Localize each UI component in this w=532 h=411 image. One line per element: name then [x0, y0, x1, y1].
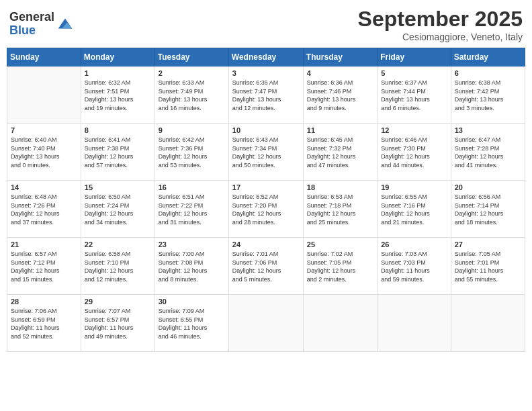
- weekday-header-monday: Monday: [81, 48, 154, 66]
- day-number: 24: [232, 240, 300, 248]
- day-info: Sunrise: 6:33 AM Sunset: 7:49 PM Dayligh…: [159, 79, 225, 112]
- weekday-header-sunday: Sunday: [7, 48, 81, 66]
- calendar-week-row: 14Sunrise: 6:48 AM Sunset: 7:26 PM Dayli…: [7, 181, 525, 238]
- calendar-table: SundayMondayTuesdayWednesdayThursdayFrid…: [7, 48, 525, 352]
- weekday-header-row: SundayMondayTuesdayWednesdayThursdayFrid…: [7, 48, 525, 66]
- weekday-header-thursday: Thursday: [303, 48, 377, 66]
- day-number: 14: [11, 183, 77, 191]
- calendar-cell: 16Sunrise: 6:51 AM Sunset: 7:22 PM Dayli…: [154, 181, 228, 238]
- weekday-header-saturday: Saturday: [451, 48, 525, 66]
- calendar-cell: 17Sunrise: 6:52 AM Sunset: 7:20 PM Dayli…: [228, 181, 303, 238]
- day-number: 4: [307, 69, 373, 77]
- day-info: Sunrise: 7:00 AM Sunset: 7:08 PM Dayligh…: [159, 250, 225, 283]
- day-number: 12: [381, 126, 447, 134]
- day-info: Sunrise: 7:07 AM Sunset: 6:57 PM Dayligh…: [85, 307, 151, 340]
- calendar-cell: 15Sunrise: 6:50 AM Sunset: 7:24 PM Dayli…: [81, 181, 154, 238]
- day-number: 16: [159, 183, 225, 191]
- calendar-cell: 26Sunrise: 7:03 AM Sunset: 7:03 PM Dayli…: [378, 238, 451, 295]
- day-info: Sunrise: 6:41 AM Sunset: 7:38 PM Dayligh…: [85, 136, 151, 169]
- calendar-cell: 11Sunrise: 6:45 AM Sunset: 7:32 PM Dayli…: [303, 124, 377, 181]
- day-number: 17: [232, 183, 300, 191]
- month-title: September 2025: [358, 7, 523, 32]
- calendar-cell: 4Sunrise: 6:36 AM Sunset: 7:46 PM Daylig…: [303, 66, 377, 124]
- day-info: Sunrise: 6:52 AM Sunset: 7:20 PM Dayligh…: [232, 193, 300, 226]
- calendar-week-row: 28Sunrise: 7:06 AM Sunset: 6:59 PM Dayli…: [7, 295, 525, 352]
- weekday-header-tuesday: Tuesday: [154, 48, 228, 66]
- day-info: Sunrise: 7:06 AM Sunset: 6:59 PM Dayligh…: [11, 307, 77, 340]
- calendar-cell: 28Sunrise: 7:06 AM Sunset: 6:59 PM Dayli…: [7, 295, 81, 352]
- day-info: Sunrise: 6:57 AM Sunset: 7:12 PM Dayligh…: [11, 250, 77, 283]
- calendar-cell: [451, 295, 525, 352]
- day-info: Sunrise: 7:09 AM Sunset: 6:55 PM Dayligh…: [159, 307, 225, 340]
- day-info: Sunrise: 6:38 AM Sunset: 7:42 PM Dayligh…: [455, 79, 521, 112]
- day-number: 5: [381, 69, 447, 77]
- calendar-cell: 8Sunrise: 6:41 AM Sunset: 7:38 PM Daylig…: [81, 124, 154, 181]
- calendar-cell: 27Sunrise: 7:05 AM Sunset: 7:01 PM Dayli…: [451, 238, 525, 295]
- day-number: 11: [307, 126, 373, 134]
- calendar-cell: 6Sunrise: 6:38 AM Sunset: 7:42 PM Daylig…: [451, 66, 525, 124]
- day-info: Sunrise: 6:40 AM Sunset: 7:40 PM Dayligh…: [11, 136, 77, 169]
- day-info: Sunrise: 6:53 AM Sunset: 7:18 PM Dayligh…: [307, 193, 373, 226]
- day-number: 10: [232, 126, 300, 134]
- calendar-cell: 29Sunrise: 7:07 AM Sunset: 6:57 PM Dayli…: [81, 295, 154, 352]
- day-number: 30: [159, 298, 225, 306]
- day-info: Sunrise: 6:55 AM Sunset: 7:16 PM Dayligh…: [381, 193, 447, 226]
- day-number: 1: [85, 69, 151, 77]
- calendar-cell: 1Sunrise: 6:32 AM Sunset: 7:51 PM Daylig…: [81, 66, 154, 124]
- calendar-week-row: 7Sunrise: 6:40 AM Sunset: 7:40 PM Daylig…: [7, 124, 525, 181]
- calendar-cell: 22Sunrise: 6:58 AM Sunset: 7:10 PM Dayli…: [81, 238, 154, 295]
- calendar-cell: 5Sunrise: 6:37 AM Sunset: 7:44 PM Daylig…: [378, 66, 451, 124]
- day-info: Sunrise: 7:02 AM Sunset: 7:05 PM Dayligh…: [307, 250, 373, 283]
- weekday-header-friday: Friday: [378, 48, 451, 66]
- day-info: Sunrise: 7:05 AM Sunset: 7:01 PM Dayligh…: [455, 250, 521, 283]
- day-number: 25: [307, 240, 373, 248]
- calendar-cell: 9Sunrise: 6:42 AM Sunset: 7:36 PM Daylig…: [154, 124, 228, 181]
- day-number: 18: [307, 183, 373, 191]
- calendar-cell: 12Sunrise: 6:46 AM Sunset: 7:30 PM Dayli…: [378, 124, 451, 181]
- calendar-cell: 3Sunrise: 6:35 AM Sunset: 7:47 PM Daylig…: [228, 66, 303, 124]
- day-info: Sunrise: 6:47 AM Sunset: 7:28 PM Dayligh…: [455, 136, 521, 169]
- logo-blue-text: Blue: [9, 24, 36, 37]
- day-number: 23: [159, 240, 225, 248]
- day-number: 28: [11, 298, 77, 306]
- calendar-cell: 25Sunrise: 7:02 AM Sunset: 7:05 PM Dayli…: [303, 238, 377, 295]
- calendar-cell: 23Sunrise: 7:00 AM Sunset: 7:08 PM Dayli…: [154, 238, 228, 295]
- page-header: General Blue September 2025 Cesiomaggior…: [7, 7, 525, 42]
- calendar-cell: 13Sunrise: 6:47 AM Sunset: 7:28 PM Dayli…: [451, 124, 525, 181]
- day-number: 20: [455, 183, 521, 191]
- day-number: 26: [381, 240, 447, 248]
- title-block: September 2025 Cesiomaggiore, Veneto, It…: [358, 7, 523, 42]
- logo-icon: [56, 15, 75, 34]
- day-number: 22: [85, 240, 151, 248]
- day-info: Sunrise: 6:43 AM Sunset: 7:34 PM Dayligh…: [232, 136, 300, 169]
- day-info: Sunrise: 6:36 AM Sunset: 7:46 PM Dayligh…: [307, 79, 373, 112]
- day-number: 7: [11, 126, 77, 134]
- calendar-cell: 20Sunrise: 6:56 AM Sunset: 7:14 PM Dayli…: [451, 181, 525, 238]
- day-number: 8: [85, 126, 151, 134]
- day-number: 9: [159, 126, 225, 134]
- day-number: 15: [85, 183, 151, 191]
- day-number: 6: [455, 69, 521, 77]
- calendar-cell: 7Sunrise: 6:40 AM Sunset: 7:40 PM Daylig…: [7, 124, 81, 181]
- day-number: 19: [381, 183, 447, 191]
- day-info: Sunrise: 7:03 AM Sunset: 7:03 PM Dayligh…: [381, 250, 447, 283]
- logo-general-text: General: [9, 10, 54, 24]
- calendar-cell: [7, 66, 81, 124]
- day-info: Sunrise: 6:50 AM Sunset: 7:24 PM Dayligh…: [85, 193, 151, 226]
- day-info: Sunrise: 6:48 AM Sunset: 7:26 PM Dayligh…: [11, 193, 77, 226]
- calendar-cell: 21Sunrise: 6:57 AM Sunset: 7:12 PM Dayli…: [7, 238, 81, 295]
- day-number: 2: [159, 69, 225, 77]
- logo: General Blue: [9, 11, 75, 38]
- day-number: 3: [232, 69, 300, 77]
- day-info: Sunrise: 6:56 AM Sunset: 7:14 PM Dayligh…: [455, 193, 521, 226]
- calendar-cell: [228, 295, 303, 352]
- day-info: Sunrise: 6:37 AM Sunset: 7:44 PM Dayligh…: [381, 79, 447, 112]
- day-info: Sunrise: 6:46 AM Sunset: 7:30 PM Dayligh…: [381, 136, 447, 169]
- day-number: 29: [85, 298, 151, 306]
- calendar-cell: 19Sunrise: 6:55 AM Sunset: 7:16 PM Dayli…: [378, 181, 451, 238]
- calendar-week-row: 21Sunrise: 6:57 AM Sunset: 7:12 PM Dayli…: [7, 238, 525, 295]
- calendar-cell: 2Sunrise: 6:33 AM Sunset: 7:49 PM Daylig…: [154, 66, 228, 124]
- day-info: Sunrise: 6:42 AM Sunset: 7:36 PM Dayligh…: [159, 136, 225, 169]
- calendar-week-row: 1Sunrise: 6:32 AM Sunset: 7:51 PM Daylig…: [7, 66, 525, 124]
- day-info: Sunrise: 6:35 AM Sunset: 7:47 PM Dayligh…: [232, 79, 300, 112]
